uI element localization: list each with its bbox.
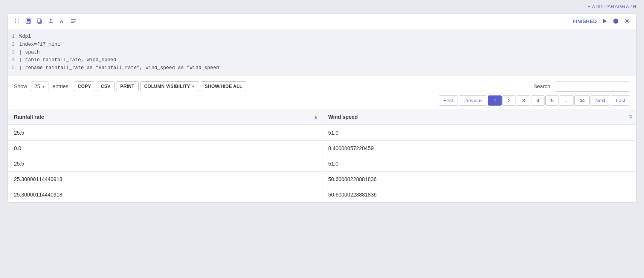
column-header-rainfall[interactable]: Rainfall rate ▲ [8,109,322,125]
sort-icon-wind: ⇅ [629,114,632,120]
copy-icon[interactable] [36,17,43,25]
cell-rainfall-3: 25.5 [8,156,322,171]
next-button[interactable]: Next [591,95,610,106]
code-line-4: 4 | table rainfall_rate, wind_speed [8,56,636,64]
cell-wind-5: 50.60000228881836 [322,187,636,202]
data-table: Rainfall rate ▲ Wind speed ⇅ 25.5 51.0 0… [8,109,636,202]
search-label: Search: [534,83,552,89]
search-area: Search: [534,81,630,92]
entries-label: entries [53,83,69,89]
svg-point-3 [18,21,18,22]
table-header-row: Rainfall rate ▲ Wind speed ⇅ [8,109,636,125]
cell-toolbar: A FINISHED [8,14,636,29]
sort-icon-rainfall: ▲ [314,114,318,120]
run-button[interactable] [601,17,608,25]
svg-point-19 [626,20,628,22]
page-5-button[interactable]: 5 [545,95,559,106]
svg-rect-7 [27,19,30,21]
svg-point-5 [18,22,18,23]
cell-wind-1: 51.0 [322,125,636,141]
search-input[interactable] [555,81,630,92]
svg-rect-8 [27,22,29,23]
cell-wind-2: 8.40000057220459 [322,140,636,156]
table-row: 0.0 8.40000057220459 [8,140,636,156]
pagination: First Previous 1 2 3 4 5 ... 44 Next Las… [8,95,636,109]
move-icon[interactable] [13,17,21,25]
save-icon[interactable] [24,17,32,25]
page-44-button[interactable]: 44 [574,95,589,106]
column-header-wind[interactable]: Wind speed ⇅ [322,109,636,125]
table-row: 25.30000114440918 50.60000228881836 [8,187,636,202]
notebook-cell: A FINISHED [8,13,636,203]
cell-rainfall-1: 25.5 [8,125,322,141]
cell-wind-3: 51.0 [322,156,636,171]
svg-point-1 [18,19,18,20]
code-line-1: 1 %dpl [8,33,636,41]
cell-rainfall-5: 25.30000114440918 [8,187,322,202]
add-paragraph-label: + ADD PARAGRAPH [588,4,636,9]
clock-icon[interactable] [612,17,620,25]
entries-select[interactable]: 25 ▼ [31,81,49,91]
table-action-buttons: COPY CSV PRINT COLUMN VISIBILITY ▼ SHOW/… [74,81,247,91]
cell-toolbar-right: FINISHED [572,17,631,25]
code-line-5: 5 | rename rainfall_rate as "Rainfall ra… [8,64,636,72]
list-icon[interactable] [70,17,77,25]
last-button[interactable]: Last [611,95,630,106]
page-3-button[interactable]: 3 [517,95,530,106]
svg-rect-10 [37,19,41,23]
entries-value: 25 [34,83,40,89]
status-label: FINISHED [572,18,597,24]
column-visibility-button[interactable]: COLUMN VISIBILITY ▼ [140,81,199,91]
first-button[interactable]: First [439,95,458,106]
page-4-button[interactable]: 4 [531,95,545,106]
svg-marker-15 [603,19,607,23]
column-visibility-chevron: ▼ [191,84,195,89]
settings-icon[interactable] [623,17,631,25]
code-editor[interactable]: 1 %dpl 2 index=f17_mini 3 | spath 4 | ta… [8,29,636,76]
page-2-button[interactable]: 2 [502,95,516,106]
table-row: 25.5 51.0 [8,156,636,171]
upload-icon[interactable] [47,17,55,25]
page-ellipsis: ... [560,95,574,106]
cell-wind-4: 50.60000228881836 [322,171,636,187]
add-paragraph-button[interactable]: + ADD PARAGRAPH [588,4,636,9]
cell-rainfall-2: 0.0 [8,140,322,156]
show-label: Show [14,83,27,89]
code-line-3: 3 | spath [8,49,636,57]
svg-point-4 [15,22,16,23]
svg-point-2 [15,21,16,22]
text-format-icon[interactable]: A [58,17,66,25]
copy-button[interactable]: COPY [74,81,95,91]
table-row: 25.30000114440918 50.60000228881836 [8,171,636,187]
previous-button[interactable]: Previous [459,95,488,106]
csv-button[interactable]: CSV [97,81,115,91]
table-controls: Show 25 ▼ entries COPY CSV PRINT COLUMN … [8,76,636,95]
table-row: 25.5 51.0 [8,125,636,141]
svg-point-0 [15,19,16,20]
cell-toolbar-left: A [13,17,77,25]
chevron-down-icon: ▼ [42,84,46,89]
cell-rainfall-4: 25.30000114440918 [8,171,322,187]
page-1-button[interactable]: 1 [488,95,502,106]
svg-text:A: A [60,19,63,24]
print-button[interactable]: PRINT [116,81,139,91]
show-hide-all-button[interactable]: SHOW/HIDE ALL [201,81,246,91]
code-line-2: 2 index=f17_mini [8,41,636,49]
